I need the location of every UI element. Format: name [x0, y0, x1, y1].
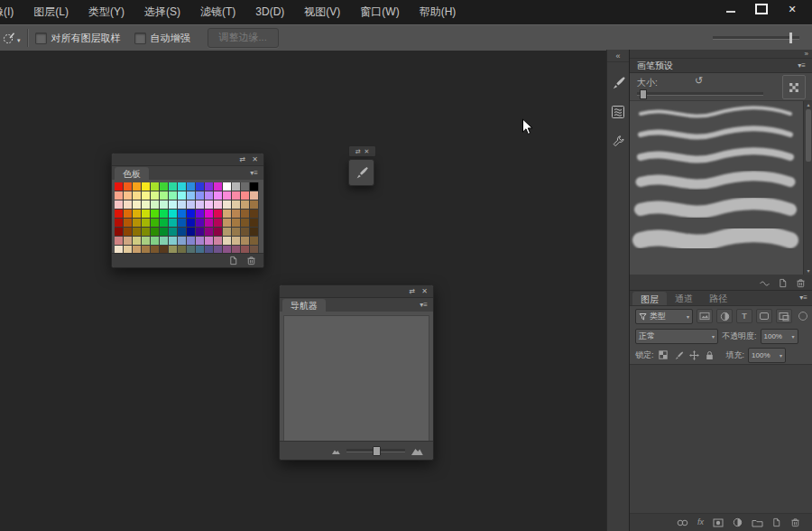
swatch[interactable] — [214, 237, 222, 245]
lock-position-button[interactable] — [688, 349, 700, 361]
tool-preset-picker[interactable]: ▾ — [0, 29, 23, 48]
tab-路径[interactable]: 路径 — [701, 291, 735, 305]
close-button[interactable]: ✕ — [780, 2, 805, 16]
swatch[interactable] — [142, 228, 150, 236]
close-icon[interactable]: ✕ — [252, 156, 258, 163]
brush-size-slider-thumb[interactable] — [640, 89, 647, 99]
swatch[interactable] — [151, 191, 159, 200]
swatch[interactable] — [196, 219, 204, 227]
swatch[interactable] — [205, 237, 213, 245]
swatch[interactable] — [142, 219, 150, 227]
link-layers-icon[interactable] — [677, 519, 688, 526]
swatch[interactable] — [187, 200, 195, 209]
swatch[interactable] — [169, 200, 177, 209]
brush-preset-stroke[interactable] — [641, 151, 790, 159]
swatch[interactable] — [178, 182, 186, 191]
brush-stroke-icon[interactable] — [759, 278, 770, 288]
brush-texture-button[interactable] — [782, 75, 806, 99]
swatch[interactable] — [205, 219, 213, 227]
new-brush-icon[interactable] — [779, 278, 788, 288]
swatch[interactable] — [205, 200, 213, 209]
swatch[interactable] — [241, 237, 249, 245]
swatch[interactable] — [223, 237, 231, 245]
swatch[interactable] — [214, 191, 222, 200]
swatch[interactable] — [250, 191, 258, 200]
swatch[interactable] — [133, 210, 141, 218]
swatch[interactable] — [115, 182, 123, 191]
swatch[interactable] — [124, 228, 132, 236]
brush-preset-stroke[interactable] — [641, 176, 790, 184]
add-layer-mask-icon[interactable] — [713, 518, 724, 527]
swatch[interactable] — [151, 237, 159, 245]
swatch[interactable] — [151, 219, 159, 227]
swatch[interactable] — [187, 210, 195, 218]
delete-brush-icon[interactable] — [796, 278, 806, 288]
swatch[interactable] — [169, 219, 177, 227]
swatch[interactable] — [124, 191, 132, 200]
swatch[interactable] — [142, 182, 150, 191]
swatch[interactable] — [232, 228, 240, 236]
swatch[interactable] — [160, 200, 168, 209]
brush-preset-stroke[interactable] — [641, 128, 790, 136]
swatch[interactable] — [169, 237, 177, 245]
swatch[interactable] — [250, 228, 258, 236]
dock-header[interactable]: » — [630, 50, 812, 59]
sample-all-layers-option[interactable]: 对所有图层取样 — [35, 32, 121, 45]
swatch[interactable] — [223, 191, 231, 200]
swatch[interactable] — [223, 200, 231, 209]
swatch[interactable] — [169, 210, 177, 218]
swatch[interactable] — [115, 237, 123, 245]
swatch[interactable] — [169, 228, 177, 236]
menu-图层(L)[interactable]: 图层(L) — [23, 0, 78, 24]
menu-图像(I)[interactable]: 图像(I) — [0, 0, 23, 24]
swatch[interactable] — [151, 228, 159, 236]
swatch[interactable] — [187, 237, 195, 245]
tab-图层[interactable]: 图层 — [632, 292, 667, 305]
swatch[interactable] — [160, 228, 168, 236]
swatch[interactable] — [133, 219, 141, 227]
menu-3D(D)[interactable]: 3D(D) — [245, 0, 294, 24]
swatch[interactable] — [178, 228, 186, 236]
scrollbar-thumb[interactable] — [806, 109, 811, 162]
swatch[interactable] — [205, 191, 213, 200]
swatch[interactable] — [241, 200, 249, 209]
swatch[interactable] — [115, 228, 123, 236]
new-adjustment-layer-icon[interactable] — [733, 517, 743, 527]
swatch[interactable] — [124, 210, 132, 218]
swatch[interactable] — [250, 210, 258, 218]
swatch[interactable] — [187, 219, 195, 227]
brush-preset-stroke[interactable] — [641, 234, 790, 242]
layer-style-icon[interactable]: fx — [697, 518, 704, 526]
swatch[interactable] — [133, 191, 141, 200]
swatch[interactable] — [124, 219, 132, 227]
swatch[interactable] — [250, 182, 258, 191]
swatch[interactable] — [160, 219, 168, 227]
swatch[interactable] — [223, 210, 231, 218]
swatches-panel-titlebar[interactable]: ⇄ ✕ — [112, 154, 263, 166]
layer-filter-type-combo[interactable]: 类型 ▾ — [635, 309, 693, 324]
tab-navigator[interactable]: 导航器 — [282, 299, 326, 312]
scroll-down-icon[interactable]: ▾ — [807, 267, 809, 274]
swatch[interactable] — [142, 237, 150, 245]
swatch[interactable] — [133, 228, 141, 236]
swatch[interactable] — [115, 219, 123, 227]
swatch[interactable] — [133, 182, 141, 191]
swatch[interactable] — [178, 191, 186, 200]
menu-视图(V)[interactable]: 视图(V) — [294, 0, 350, 24]
menu-窗口(W)[interactable]: 窗口(W) — [350, 0, 409, 24]
swatch[interactable] — [124, 200, 132, 209]
swatch[interactable] — [223, 219, 231, 227]
auto-enhance-option[interactable]: 自动增强 — [134, 32, 190, 45]
swatch[interactable] — [115, 200, 123, 209]
lock-transparent-pixels-button[interactable] — [658, 349, 669, 361]
blend-mode-combo[interactable]: 正常 ▾ — [635, 329, 718, 344]
panel-menu-icon[interactable]: ▾≡ — [420, 298, 433, 312]
panel-menu-icon[interactable]: ▾≡ — [250, 166, 263, 180]
swatch[interactable] — [115, 210, 123, 218]
menu-帮助(H)[interactable]: 帮助(H) — [410, 0, 466, 24]
swatch[interactable] — [178, 219, 186, 227]
swatch[interactable] — [196, 237, 204, 245]
swatch[interactable] — [232, 200, 240, 209]
brush-presets-panel-button[interactable] — [608, 102, 628, 122]
swatch[interactable] — [124, 237, 132, 245]
